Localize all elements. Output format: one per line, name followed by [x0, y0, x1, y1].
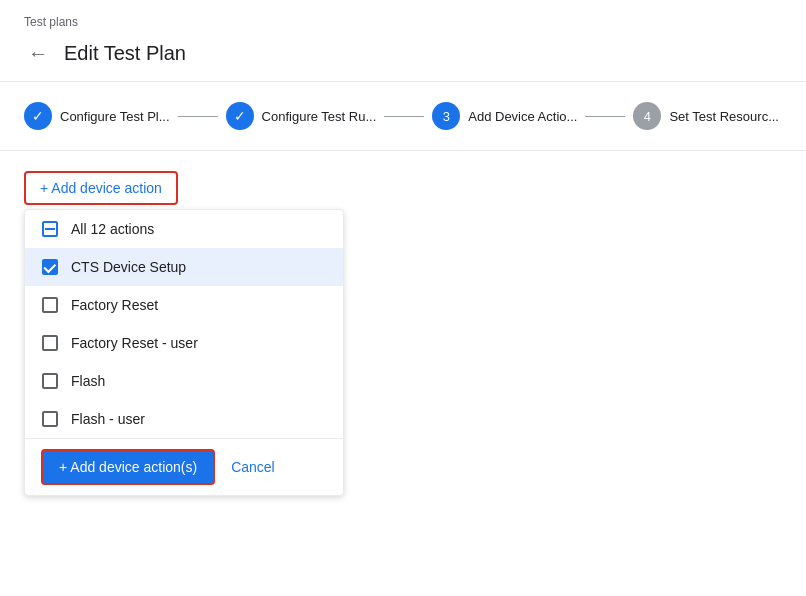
dropdown-item-flash-user[interactable]: Flash - user: [25, 400, 343, 438]
cts-checkbox-checked: [42, 259, 58, 275]
step-1-circle: ✓: [24, 102, 52, 130]
flash-user-label: Flash - user: [71, 411, 145, 427]
step-4-circle: 4: [633, 102, 661, 130]
add-actions-label: + Add device action(s): [59, 459, 197, 475]
dropdown-footer: + Add device action(s) Cancel: [25, 438, 343, 495]
factory-reset-user-checkbox: [42, 335, 58, 351]
step-4-label: Set Test Resourc...: [669, 109, 779, 124]
all-actions-item[interactable]: All 12 actions: [25, 210, 343, 248]
step-1-label: Configure Test Pl...: [60, 109, 170, 124]
factory-reset-user-checkbox-container: [41, 334, 59, 352]
cancel-label: Cancel: [231, 459, 275, 475]
stepper: ✓ Configure Test Pl... ✓ Configure Test …: [0, 82, 806, 151]
step-3-number: 3: [443, 109, 450, 124]
all-actions-checkbox-indeterminate: [42, 221, 58, 237]
step-2-circle: ✓: [226, 102, 254, 130]
step-4-number: 4: [644, 109, 651, 124]
step-2-label: Configure Test Ru...: [262, 109, 377, 124]
back-arrow-icon: ←: [28, 42, 48, 65]
dropdown-item-cts[interactable]: CTS Device Setup: [25, 248, 343, 286]
breadcrumb-text: Test plans: [24, 15, 78, 29]
step-3-label: Add Device Actio...: [468, 109, 577, 124]
step-3: 3 Add Device Actio...: [432, 102, 577, 130]
step-connector-3: [585, 116, 625, 117]
dropdown-item-factory-reset-user[interactable]: Factory Reset - user: [25, 324, 343, 362]
cts-label: CTS Device Setup: [71, 259, 186, 275]
page-title: Edit Test Plan: [64, 42, 186, 65]
step-2-checkmark: ✓: [234, 108, 246, 124]
dropdown-item-flash[interactable]: Flash: [25, 362, 343, 400]
dropdown-list: All 12 actions CTS Device Setup Factory …: [25, 210, 343, 438]
factory-reset-checkbox: [42, 297, 58, 313]
flash-checkbox-container: [41, 372, 59, 390]
cancel-button[interactable]: Cancel: [231, 459, 275, 475]
factory-reset-label: Factory Reset: [71, 297, 158, 313]
dropdown-panel: All 12 actions CTS Device Setup Factory …: [24, 209, 344, 496]
page-header: ← Edit Test Plan: [0, 34, 806, 82]
back-button[interactable]: ←: [24, 38, 52, 69]
add-device-action-button[interactable]: + Add device action: [24, 171, 178, 205]
factory-reset-user-label: Factory Reset - user: [71, 335, 198, 351]
flash-checkbox: [42, 373, 58, 389]
step-connector-1: [178, 116, 218, 117]
factory-reset-checkbox-container: [41, 296, 59, 314]
content-area: + Add device action All 12 actions CTS D: [0, 151, 806, 225]
step-4: 4 Set Test Resourc...: [633, 102, 779, 130]
step-connector-2: [384, 116, 424, 117]
all-actions-label: All 12 actions: [71, 221, 154, 237]
dropdown-item-factory-reset[interactable]: Factory Reset: [25, 286, 343, 324]
flash-label: Flash: [71, 373, 105, 389]
step-2: ✓ Configure Test Ru...: [226, 102, 377, 130]
step-1: ✓ Configure Test Pl...: [24, 102, 170, 130]
add-actions-button[interactable]: + Add device action(s): [41, 449, 215, 485]
add-device-action-label: + Add device action: [40, 180, 162, 196]
breadcrumb: Test plans: [0, 0, 806, 34]
flash-user-checkbox: [42, 411, 58, 427]
page-container: Test plans ← Edit Test Plan ✓ Configure …: [0, 0, 806, 596]
all-actions-checkbox-container: [41, 220, 59, 238]
step-3-circle: 3: [432, 102, 460, 130]
cts-checkbox-container: [41, 258, 59, 276]
flash-user-checkbox-container: [41, 410, 59, 428]
step-1-checkmark: ✓: [32, 108, 44, 124]
